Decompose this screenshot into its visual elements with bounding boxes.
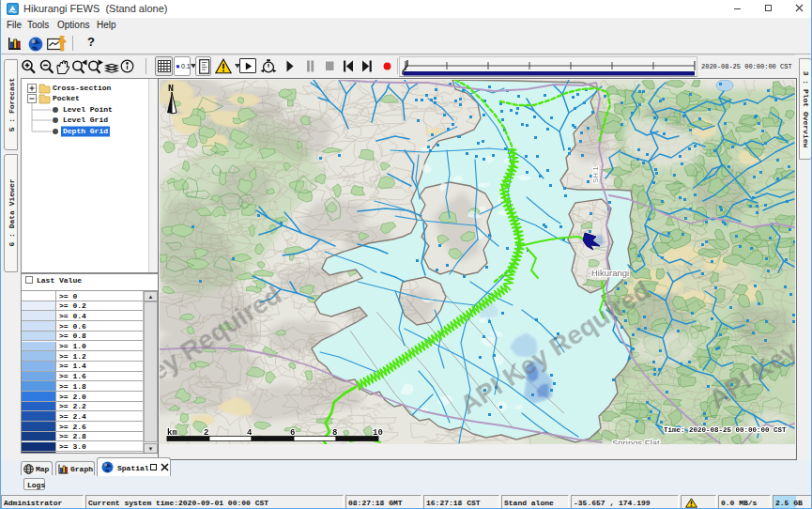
svg-text:N: N — [168, 84, 174, 94]
svg-text:Hikurangi: Hikurangi — [591, 268, 629, 278]
svg-text:Time: 2020-08-25 00:00:00 CST: Time: 2020-08-25 00:00:00 CST — [664, 426, 787, 434]
svg-text:SH 1: SH 1 — [591, 166, 600, 183]
svg-text:Springs Flat: Springs Flat — [612, 438, 660, 444]
